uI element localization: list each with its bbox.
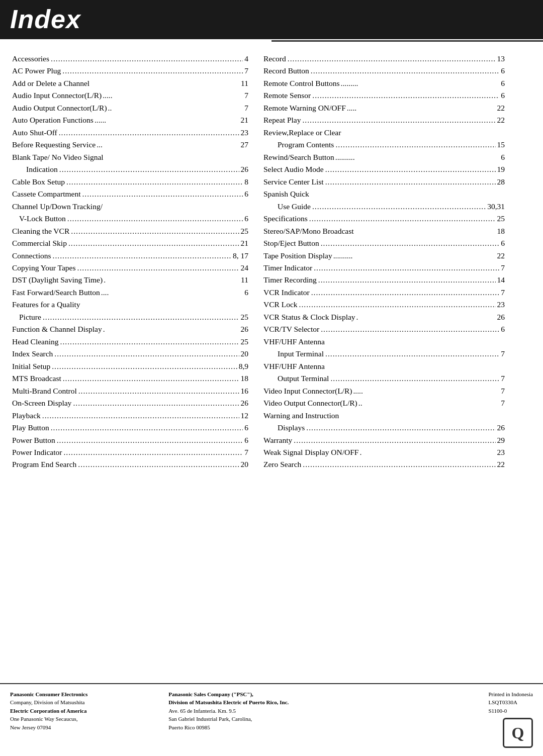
entry-label: V-Lock Button bbox=[12, 213, 66, 224]
list-item: Review,Replace or Clear bbox=[263, 127, 505, 138]
entry-label: MTS Broadcast bbox=[12, 373, 61, 384]
entry-page-number: 22 bbox=[497, 103, 505, 114]
entry-dots: ........................................… bbox=[53, 250, 232, 261]
entry-label: Stereo/SAP/Mono Broadcast bbox=[263, 226, 354, 237]
entry-page-number: 20 bbox=[241, 348, 249, 359]
entry-dots: ........................................… bbox=[62, 65, 243, 76]
entry-label: Cleaning the VCR bbox=[12, 226, 69, 237]
entry-page-number: 23 bbox=[497, 299, 505, 310]
list-item: Warning and Instruction bbox=[263, 410, 505, 421]
list-item: AC Power Plug...........................… bbox=[12, 65, 248, 76]
entry-label: Select Audio Mode bbox=[263, 164, 324, 175]
entry-page-number: 6 bbox=[501, 65, 505, 76]
entry-dots: ........................................… bbox=[68, 238, 239, 249]
entry-page-number: 6 bbox=[501, 238, 505, 249]
entry-page-number: 12 bbox=[241, 410, 249, 421]
entry-page-number: 7 bbox=[501, 386, 505, 397]
entry-label: VCR Lock bbox=[263, 299, 298, 310]
footer-printed-line1: Printed in Indonesia bbox=[488, 691, 533, 697]
list-item: Auto Shut-Off...........................… bbox=[12, 127, 248, 138]
list-item: Add or Delete a Channel11 bbox=[12, 78, 248, 89]
entry-label: Remote Control Buttons bbox=[263, 78, 340, 89]
list-item: Timer Recording.........................… bbox=[263, 274, 505, 286]
entry-page-number: 7 bbox=[244, 90, 248, 101]
entry-dots: ........................................… bbox=[311, 65, 499, 76]
entry-label: Picture bbox=[12, 312, 41, 323]
entry-dots: ..... bbox=[353, 386, 500, 397]
list-item: Commercial Skip.........................… bbox=[12, 238, 248, 249]
list-item: VHF/UHF Antenna bbox=[263, 361, 505, 372]
list-item: Blank Tape/ No Video Signal bbox=[12, 152, 248, 163]
entry-page-number: 7 bbox=[501, 348, 505, 359]
entry-label: VCR Status & Clock Display bbox=[263, 312, 355, 323]
list-item: Indication..............................… bbox=[12, 164, 248, 175]
entry-label: Repeat Play bbox=[263, 115, 301, 126]
entry-label: Cable Box Setup bbox=[12, 176, 65, 187]
entry-label: Program Contents bbox=[263, 139, 334, 150]
entry-dots: .......... bbox=[333, 250, 496, 261]
list-item: Copying Your Tapes......................… bbox=[12, 262, 248, 273]
footer-company1-line3: Electric Corporation of America bbox=[10, 708, 86, 714]
entry-label: Timer Indicator bbox=[263, 262, 312, 273]
list-item: Record..................................… bbox=[263, 53, 505, 64]
entry-page-number: 25 bbox=[497, 213, 505, 224]
entry-dots: ........................................… bbox=[325, 176, 496, 187]
entry-page-number: 6 bbox=[244, 188, 248, 200]
entry-page-number: 23 bbox=[497, 447, 505, 458]
list-item: Program End Search......................… bbox=[12, 459, 248, 470]
list-item: Stereo/SAP/Mono Broadcast 18 bbox=[263, 226, 505, 237]
list-item: Picture.................................… bbox=[12, 312, 248, 323]
entry-dots: ........................................… bbox=[51, 422, 243, 433]
entry-page-number: 30,31 bbox=[487, 201, 505, 212]
entry-dots: . bbox=[103, 324, 240, 335]
entry-page-number: 23 bbox=[241, 127, 249, 138]
entry-dots: ........................................… bbox=[52, 361, 237, 372]
right-column: Record..................................… bbox=[258, 53, 505, 471]
entry-label: Cassete Compartment bbox=[12, 188, 80, 200]
entry-page-number: 13 bbox=[497, 53, 505, 64]
list-item: MTS Broadcast...........................… bbox=[12, 373, 248, 384]
entry-page-number: 26 bbox=[241, 324, 249, 335]
entry-label: Stop/Eject Button bbox=[263, 238, 319, 249]
entry-label: Audio Input Connector(L/R) bbox=[12, 90, 102, 101]
entry-label: Indication bbox=[12, 164, 58, 175]
entry-dots: . bbox=[359, 447, 496, 458]
footer-company1-line2: Company, Division of Matsushita bbox=[10, 699, 84, 705]
entry-label: Tape Position Display bbox=[263, 250, 332, 261]
entry-label: Video Output Connector(L/R) bbox=[263, 398, 357, 409]
entry-dots: .... bbox=[101, 287, 243, 298]
entry-page-number: 8, 17 bbox=[233, 250, 248, 261]
entry-dots: ........................................… bbox=[302, 115, 495, 126]
entry-dots: ........................................… bbox=[42, 410, 239, 421]
entry-label: Fast Forward/Search Button bbox=[12, 287, 100, 298]
list-item: On-Screen Display.......................… bbox=[12, 398, 248, 409]
footer-col3: Printed in Indonesia LSQT0330A S1100-0 Q bbox=[406, 690, 533, 748]
list-item: Rewind/Search Button..........6 bbox=[263, 152, 505, 163]
list-item: Specifications..........................… bbox=[263, 213, 505, 224]
entry-dots: ........................................… bbox=[311, 287, 500, 298]
list-item: Video Output Connector(L/R)..7 bbox=[263, 398, 505, 409]
entry-page-number: 6 bbox=[244, 435, 248, 446]
list-item: Program Contents........................… bbox=[263, 139, 505, 150]
entry-label: Blank Tape/ No Video Signal bbox=[12, 152, 104, 163]
entry-dots: ........................................… bbox=[325, 164, 496, 175]
entry-label: Connections bbox=[12, 250, 51, 261]
entry-dots: ........................................… bbox=[321, 238, 500, 249]
entry-label: VHF/UHF Antenna bbox=[263, 361, 325, 372]
entry-dots: .. bbox=[358, 398, 500, 409]
list-item: Features for a Quality bbox=[12, 299, 248, 310]
footer-company2-line1: Panasonic Sales Company ("PSC"), bbox=[168, 691, 253, 697]
entry-label: Add or Delete a Channel bbox=[12, 78, 89, 89]
list-item: Multi-Brand Control.....................… bbox=[12, 386, 248, 397]
list-item: Input Terminal..........................… bbox=[263, 348, 505, 359]
entry-page-number: 22 bbox=[497, 250, 505, 261]
entry-dots: ........................................… bbox=[78, 459, 239, 470]
entry-dots: ......... bbox=[341, 78, 500, 89]
entry-page-number: 7 bbox=[244, 447, 248, 458]
entry-page-number: 25 bbox=[241, 226, 249, 237]
entry-page-number: 6 bbox=[244, 422, 248, 433]
entry-label: Record bbox=[263, 53, 286, 64]
entry-dots: ..... bbox=[103, 90, 243, 101]
entry-page-number: 7 bbox=[244, 65, 248, 76]
list-item: Remote Warning ON/OFF.....22 bbox=[263, 103, 505, 114]
